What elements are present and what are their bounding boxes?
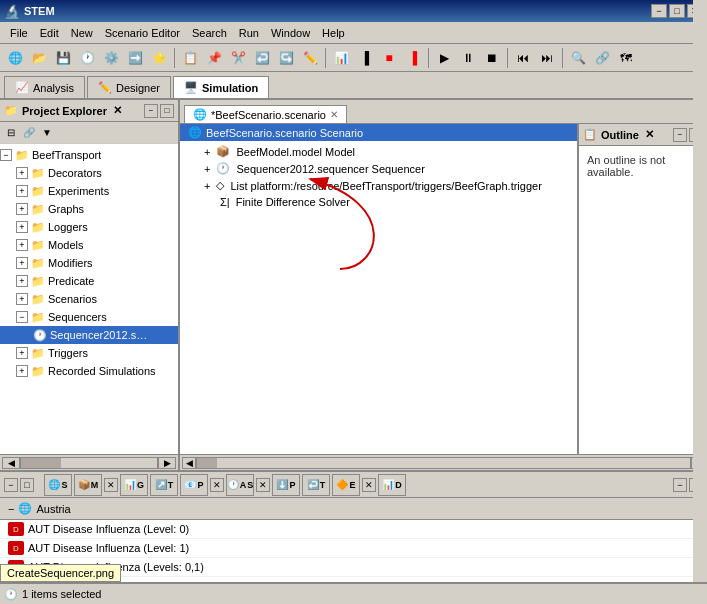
toolbar-stop[interactable]: ⏹: [481, 47, 503, 69]
menu-scenario-editor[interactable]: Scenario Editor: [99, 25, 186, 41]
toolbar-edit[interactable]: ✏️: [299, 47, 321, 69]
tree-arrow[interactable]: ▼: [38, 124, 56, 142]
bottom-min[interactable]: −: [4, 478, 18, 492]
minimize-button[interactable]: −: [651, 4, 667, 18]
tree-item-beef-transport[interactable]: − 📁 BeefTransport: [0, 146, 178, 164]
data-item-0[interactable]: D AUT Disease Influenza (Level: 0): [0, 520, 707, 539]
bottom-btn-e[interactable]: 🔶 E: [332, 474, 360, 496]
expander-experiments[interactable]: +: [16, 185, 28, 197]
toolbar-new[interactable]: 🌐: [4, 47, 26, 69]
btn-close-4[interactable]: ✕: [362, 478, 376, 492]
outline-min[interactable]: −: [673, 128, 687, 142]
tab-simulation[interactable]: 🖥️ Simulation: [173, 76, 269, 98]
toolbar-red2[interactable]: ▐: [402, 47, 424, 69]
toolbar-link[interactable]: 🔗: [591, 47, 613, 69]
toolbar-bar[interactable]: ▐: [354, 47, 376, 69]
btn-close-2[interactable]: ✕: [210, 478, 224, 492]
toolbar-open[interactable]: 📂: [28, 47, 50, 69]
expander-decorators[interactable]: +: [16, 167, 28, 179]
editor-tab-scenario[interactable]: 🌐 *BeefScenario.scenario ✕: [184, 105, 347, 123]
toolbar-cut[interactable]: ✂️: [227, 47, 249, 69]
expand-btn[interactable]: −: [8, 503, 14, 515]
tree-item-loggers[interactable]: + 📁 Loggers: [0, 218, 178, 236]
bottom-btn-p[interactable]: 📧 P: [180, 474, 208, 496]
toolbar-skip-fwd[interactable]: ⏭: [536, 47, 558, 69]
toolbar-search[interactable]: 🔍: [567, 47, 589, 69]
expander-sequencers[interactable]: −: [16, 311, 28, 323]
bottom-btn-m[interactable]: 📦 M: [74, 474, 102, 496]
tree-collapse-all[interactable]: ⊟: [2, 124, 20, 142]
scroll-left-btn[interactable]: ◀: [2, 457, 20, 469]
tree-item-sequencer2012[interactable]: 🕐 Sequencer2012.s…: [0, 326, 178, 344]
toolbar-settings[interactable]: ⚙️: [100, 47, 122, 69]
menu-window[interactable]: Window: [265, 25, 316, 41]
data-item-1[interactable]: D AUT Disease Influenza (Level: 1): [0, 539, 707, 558]
tree-item-models[interactable]: + 📁 Models: [0, 236, 178, 254]
bottom-btn-d[interactable]: 📊 D: [378, 474, 406, 496]
expander-beef-transport[interactable]: −: [0, 149, 12, 161]
expander-predicate[interactable]: +: [16, 275, 28, 287]
scenario-item-2[interactable]: + ◇ List platform:/resource/BeefTranspor…: [180, 177, 577, 194]
bottom-btn-t-arrow[interactable]: ↗️ T: [150, 474, 178, 496]
toolbar-pause[interactable]: ⏸: [457, 47, 479, 69]
panel-minimize[interactable]: −: [144, 104, 158, 118]
tree-item-experiments[interactable]: + 📁 Experiments: [0, 182, 178, 200]
toolbar-play[interactable]: ▶: [433, 47, 455, 69]
expander-triggers[interactable]: +: [16, 347, 28, 359]
bottom-btn-p2[interactable]: ⬇️ P: [272, 474, 300, 496]
panel-maximize[interactable]: □: [160, 104, 174, 118]
tree-item-decorators[interactable]: + 📁 Decorators: [0, 164, 178, 182]
explorer-close-icon[interactable]: ✕: [113, 104, 122, 117]
bottom-btn-g[interactable]: 📊 G: [120, 474, 148, 496]
scenario-item-1[interactable]: + 🕐 Sequencer2012.sequencer Sequencer: [180, 160, 577, 177]
bottom-btn-a-s[interactable]: 🕐 A S: [226, 474, 254, 496]
data-vscroll[interactable]: [693, 498, 707, 582]
tree-item-triggers[interactable]: + 📁 Triggers: [0, 344, 178, 362]
toolbar-clock[interactable]: 🕐: [76, 47, 98, 69]
bottom-max[interactable]: □: [20, 478, 34, 492]
menu-file[interactable]: File: [4, 25, 34, 41]
toolbar-chart[interactable]: 📊: [330, 47, 352, 69]
menu-run[interactable]: Run: [233, 25, 265, 41]
maximize-button[interactable]: □: [669, 4, 685, 18]
expander-graphs[interactable]: +: [16, 203, 28, 215]
expander-modifiers[interactable]: +: [16, 257, 28, 269]
btn-close-1[interactable]: ✕: [104, 478, 118, 492]
toolbar-redo[interactable]: ↪️: [275, 47, 297, 69]
toolbar-map[interactable]: 🗺: [615, 47, 637, 69]
menu-edit[interactable]: Edit: [34, 25, 65, 41]
tab-analysis[interactable]: 📈 Analysis: [4, 76, 85, 98]
expander-scenarios[interactable]: +: [16, 293, 28, 305]
toolbar-star[interactable]: ⭐: [148, 47, 170, 69]
menu-search[interactable]: Search: [186, 25, 233, 41]
tree-item-predicate[interactable]: + 📁 Predicate: [0, 272, 178, 290]
menu-help[interactable]: Help: [316, 25, 351, 41]
left-hscroll[interactable]: ◀ ▶: [0, 454, 178, 470]
toolbar-copy[interactable]: 📋: [179, 47, 201, 69]
tree-link[interactable]: 🔗: [20, 124, 38, 142]
toolbar-save[interactable]: 💾: [52, 47, 74, 69]
editor-scroll-left[interactable]: ◀: [182, 457, 196, 469]
expander-recorded[interactable]: +: [16, 365, 28, 377]
bottom-btn-t2[interactable]: ↩️ T: [302, 474, 330, 496]
tab-designer[interactable]: ✏️ Designer: [87, 76, 171, 98]
toolbar-skip-back[interactable]: ⏮: [512, 47, 534, 69]
toolbar-paste[interactable]: 📌: [203, 47, 225, 69]
editor-hscroll[interactable]: ◀ ▶: [180, 454, 707, 470]
btn-close-3[interactable]: ✕: [256, 478, 270, 492]
expander-models[interactable]: +: [16, 239, 28, 251]
bottom-min2[interactable]: −: [673, 478, 687, 492]
toolbar-undo[interactable]: ↩️: [251, 47, 273, 69]
tree-item-graphs[interactable]: + 📁 Graphs: [0, 200, 178, 218]
outline-close[interactable]: ✕: [645, 128, 654, 141]
expander-loggers[interactable]: +: [16, 221, 28, 233]
tree-item-sequencers[interactable]: − 📁 Sequencers: [0, 308, 178, 326]
toolbar-red[interactable]: ■: [378, 47, 400, 69]
scenario-tab-close[interactable]: ✕: [330, 109, 338, 120]
bottom-btn-globe-s[interactable]: 🌐 S: [44, 474, 72, 496]
tree-item-recorded[interactable]: + 📁 Recorded Simulations: [0, 362, 178, 380]
toolbar-arrow[interactable]: ➡️: [124, 47, 146, 69]
scenario-item-0[interactable]: + 📦 BeefModel.model Model: [180, 143, 577, 160]
scenario-item-3[interactable]: Σ| Finite Difference Solver: [180, 194, 577, 210]
scroll-right-btn[interactable]: ▶: [158, 457, 176, 469]
